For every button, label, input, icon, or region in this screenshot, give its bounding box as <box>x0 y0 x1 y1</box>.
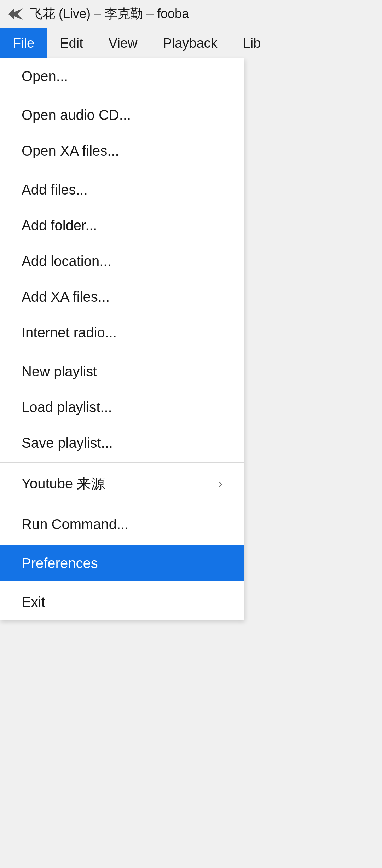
menu-playback-label: Playback <box>163 36 217 51</box>
menu-add-location[interactable]: Add location... <box>0 243 244 279</box>
separator-4 <box>0 462 244 463</box>
menu-internet-radio-label: Internet radio... <box>22 325 117 341</box>
menu-preferences-label: Preferences <box>22 555 98 571</box>
menu-view-label: View <box>109 36 138 51</box>
menu-open-audio-cd[interactable]: Open audio CD... <box>0 97 244 133</box>
menu-item-edit[interactable]: Edit <box>47 28 96 58</box>
separator-3 <box>0 352 244 352</box>
menu-save-playlist-label: Save playlist... <box>22 435 113 451</box>
menu-internet-radio[interactable]: Internet radio... <box>0 315 244 351</box>
separator-7 <box>0 583 244 583</box>
chevron-right-icon: › <box>219 477 222 490</box>
menu-item-view[interactable]: View <box>96 28 150 58</box>
menu-add-files-label: Add files... <box>22 182 88 198</box>
separator-2 <box>0 170 244 170</box>
menu-preferences[interactable]: Preferences <box>0 545 244 581</box>
menu-exit[interactable]: Exit <box>0 584 244 620</box>
menu-new-playlist[interactable]: New playlist <box>0 354 244 389</box>
menu-library-label: Lib <box>243 36 261 51</box>
menu-add-folder-label: Add folder... <box>22 218 97 233</box>
separator-6 <box>0 544 244 544</box>
menu-add-xa-files-label: Add XA files... <box>22 289 110 305</box>
menu-exit-label: Exit <box>22 594 45 610</box>
menu-load-playlist-label: Load playlist... <box>22 399 112 415</box>
menu-add-files[interactable]: Add files... <box>0 172 244 208</box>
menu-open-xa-files[interactable]: Open XA files... <box>0 133 244 169</box>
menu-youtube-source[interactable]: Youtube 来源 › <box>0 464 244 503</box>
separator-5 <box>0 505 244 505</box>
menu-item-library[interactable]: Lib <box>230 28 274 58</box>
menu-open[interactable]: Open... <box>0 58 244 94</box>
separator-1 <box>0 96 244 96</box>
menu-add-xa-files[interactable]: Add XA files... <box>0 279 244 315</box>
menu-edit-label: Edit <box>60 36 83 51</box>
menu-add-folder[interactable]: Add folder... <box>0 208 244 243</box>
svg-marker-0 <box>8 8 23 20</box>
file-dropdown: Open... Open audio CD... Open XA files..… <box>0 58 382 620</box>
menu-file-label: File <box>13 36 34 51</box>
menu-run-command[interactable]: Run Command... <box>0 507 244 542</box>
menu-open-audio-cd-label: Open audio CD... <box>22 107 131 123</box>
menu-new-playlist-label: New playlist <box>22 364 97 380</box>
menu-bar: File Edit View Playback Lib <box>0 28 382 58</box>
dropdown-menu: Open... Open audio CD... Open XA files..… <box>0 58 244 620</box>
menu-item-file[interactable]: File <box>0 28 47 58</box>
menu-open-xa-files-label: Open XA files... <box>22 143 119 159</box>
menu-save-playlist[interactable]: Save playlist... <box>0 425 244 461</box>
window-title: 飞花 (Live) – 李克勤 – fooba <box>30 5 189 23</box>
menu-youtube-source-label: Youtube 来源 <box>22 474 105 493</box>
menu-open-label: Open... <box>22 68 68 84</box>
menu-run-command-label: Run Command... <box>22 516 128 532</box>
menu-item-playback[interactable]: Playback <box>150 28 230 58</box>
menu-add-location-label: Add location... <box>22 253 111 269</box>
menu-load-playlist[interactable]: Load playlist... <box>0 389 244 425</box>
title-bar: 飞花 (Live) – 李克勤 – fooba <box>0 0 382 28</box>
app-logo <box>7 6 24 23</box>
